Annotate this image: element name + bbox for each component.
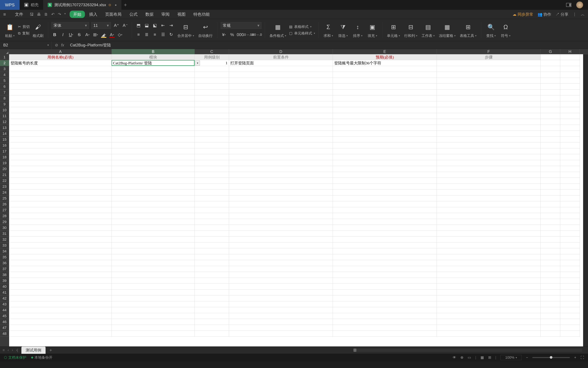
cell[interactable] [195,331,229,337]
cell[interactable] [437,231,541,237]
window-layout-icon[interactable] [566,3,571,7]
cell-icon[interactable]: ⊞ [388,22,399,32]
cell[interactable] [9,166,112,172]
cell[interactable] [560,313,580,319]
cell[interactable] [229,290,333,295]
row-header[interactable]: 4 [0,72,9,78]
cell[interactable] [112,125,195,131]
cell[interactable] [9,125,112,131]
col-header-H[interactable]: H [560,49,580,54]
cell[interactable] [541,237,560,242]
cell[interactable] [195,119,229,125]
cell[interactable] [541,272,560,278]
cell[interactable] [229,190,333,195]
cell[interactable] [195,242,229,248]
cell[interactable] [9,266,112,272]
col-header-F[interactable]: F [437,49,541,54]
cell[interactable] [229,160,333,166]
cell[interactable] [9,331,112,337]
percent-icon[interactable]: % [229,32,235,38]
cell[interactable] [437,148,541,154]
row-header[interactable]: 42 [0,295,9,301]
cell[interactable] [541,142,560,148]
cell[interactable] [229,260,333,266]
sort-icon[interactable]: ↕ [353,22,363,32]
cell[interactable] [229,207,333,213]
row-header[interactable]: 13 [0,125,9,131]
cell[interactable] [560,225,580,231]
cell[interactable] [437,154,541,160]
cell[interactable] [333,237,437,242]
cell[interactable] [437,254,541,260]
fullscreen-icon[interactable]: ⛶ [580,355,584,360]
filter-icon[interactable]: ⧩ [338,22,348,32]
merge-center-label[interactable]: 合并居中▾ [177,33,194,38]
cell[interactable] [9,190,112,195]
row-header[interactable]: 9 [0,101,9,107]
zoom-slider[interactable] [532,357,570,358]
cell[interactable] [229,248,333,254]
cell[interactable] [9,154,112,160]
cell[interactable] [195,301,229,307]
cell[interactable] [333,125,437,131]
rowcol-icon[interactable]: ⊟ [406,22,416,32]
cell[interactable] [437,195,541,201]
cell[interactable] [112,225,195,231]
find-label[interactable]: 查找▾ [486,33,496,38]
cell[interactable] [333,78,437,84]
cell[interactable] [195,101,229,107]
cell[interactable] [9,207,112,213]
cell[interactable] [437,225,541,231]
kebab-icon[interactable]: ⋮ [573,12,577,17]
cell[interactable] [333,331,437,337]
cell[interactable] [541,254,560,260]
cell[interactable] [9,90,112,95]
cell[interactable] [437,184,541,190]
cell[interactable] [333,319,437,325]
cond-format-label[interactable]: 条件格式▾ [270,33,286,38]
cell[interactable] [112,231,195,237]
row-header[interactable]: 15 [0,137,9,142]
cell[interactable] [333,84,437,90]
row-header[interactable]: 11 [0,113,9,119]
cell[interactable] [9,295,112,301]
redo-icon[interactable]: ↷ [58,12,61,17]
paste-icon[interactable]: 📋 [5,22,15,32]
cell[interactable] [437,290,541,295]
row-header[interactable]: 6 [0,84,9,90]
cond-format-icon[interactable]: ▦ [273,22,283,32]
cell[interactable] [195,284,229,290]
cell[interactable] [195,254,229,260]
cell[interactable] [333,137,437,142]
cell[interactable] [195,72,229,78]
save-icon[interactable]: 🖫 [30,12,34,17]
cell[interactable] [541,72,560,78]
name-box-dropdown-icon[interactable]: ▾ [47,43,49,47]
cell[interactable] [541,154,560,160]
add-sheet-button[interactable]: + [47,348,54,353]
cell[interactable] [9,213,112,219]
cell[interactable] [437,119,541,125]
row-header[interactable]: 25 [0,195,9,201]
cell[interactable] [112,295,195,301]
cell[interactable] [112,84,195,90]
cell[interactable] [229,131,333,137]
cell[interactable] [195,131,229,137]
sheet-nav-last-icon[interactable]: ›| [16,348,18,352]
cell[interactable] [560,72,580,78]
cell[interactable] [195,213,229,219]
cell[interactable] [229,72,333,78]
cell[interactable] [112,131,195,137]
cell[interactable] [437,295,541,301]
cell[interactable] [333,195,437,201]
cell[interactable]: 预期(必填) [333,54,437,60]
cell[interactable] [541,119,560,125]
cell[interactable] [112,213,195,219]
cell[interactable] [560,95,580,101]
cell[interactable] [560,295,580,301]
cell[interactable] [229,78,333,84]
cell[interactable] [229,101,333,107]
cell[interactable] [229,66,333,72]
cell[interactable] [560,131,580,137]
col-header-A[interactable]: A [9,49,112,54]
